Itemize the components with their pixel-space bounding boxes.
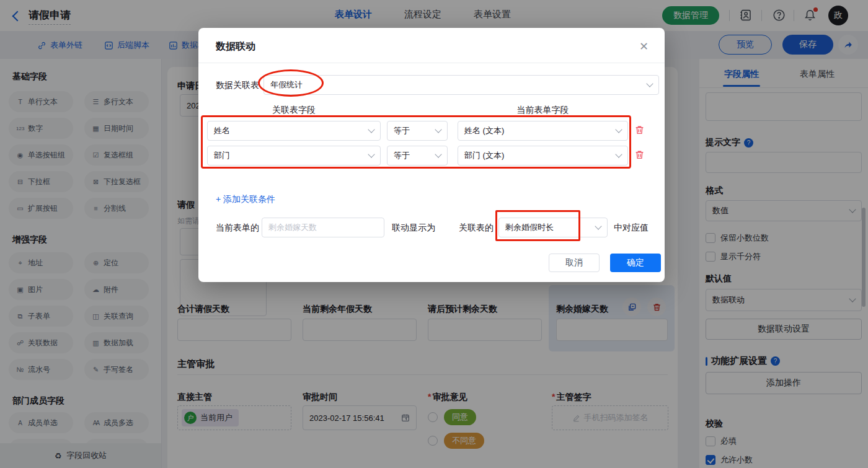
data-linkage-modal: 数据联动 ✕ 数据关联表 年假统计 关联表字段 当前表单字段 姓名 等于 姓名 … xyxy=(198,28,665,282)
modal-title: 数据联动 xyxy=(216,40,255,53)
linked-table-label: 关联表的 xyxy=(459,223,494,234)
delete-condition-button[interactable] xyxy=(634,149,645,160)
linked-field-value: 剩余婚假时长 xyxy=(505,222,554,233)
operator-value: 等于 xyxy=(394,150,410,161)
link-table-select[interactable]: 年假统计 xyxy=(264,75,659,95)
app: 请假申请 表单设计 流程设定 表单设置 数据管理 政 表单外链 后端脚本 xyxy=(0,0,868,468)
chevron-down-icon xyxy=(435,126,441,133)
chevron-down-icon xyxy=(368,151,374,157)
trash-icon xyxy=(634,149,645,160)
suffix-label: 中对应值 xyxy=(614,223,649,234)
plus-icon: + xyxy=(216,194,221,204)
chevron-down-icon xyxy=(595,223,601,229)
condition-row-left-select[interactable]: 姓名 xyxy=(207,121,381,141)
cancel-button[interactable]: 取消 xyxy=(549,254,600,272)
left-field-value: 姓名 xyxy=(214,125,230,136)
right-field-value: 部门 (文本) xyxy=(464,150,504,161)
modal-header-divider xyxy=(198,63,665,63)
display-as-label: 联动显示为 xyxy=(392,223,435,234)
trash-icon xyxy=(634,125,645,135)
condition-row-left-select[interactable]: 部门 xyxy=(207,146,381,166)
condition-row-right-select[interactable]: 姓名 (文本) xyxy=(458,121,628,141)
current-field-placeholder: 剩余婚嫁天数 xyxy=(268,222,317,233)
condition-row-operator-select[interactable]: 等于 xyxy=(387,146,448,166)
condition-row-operator-select[interactable]: 等于 xyxy=(387,121,448,141)
column-header-left: 关联表字段 xyxy=(207,105,381,116)
current-field-input[interactable]: 剩余婚嫁天数 xyxy=(262,218,384,237)
add-condition-link[interactable]: + 添加关联条件 xyxy=(216,194,275,205)
link-table-value: 年假统计 xyxy=(270,79,303,91)
add-condition-label: 添加关联条件 xyxy=(223,194,275,204)
chevron-down-icon xyxy=(615,151,622,157)
chevron-down-icon xyxy=(435,151,441,157)
current-form-label: 当前表单的 xyxy=(216,223,259,234)
linked-field-select[interactable]: 剩余婚假时长 xyxy=(498,218,608,237)
condition-row-right-select[interactable]: 部门 (文本) xyxy=(458,146,628,166)
chevron-down-icon xyxy=(368,126,374,133)
confirm-button[interactable]: 确定 xyxy=(610,254,661,272)
close-icon[interactable]: ✕ xyxy=(639,40,649,53)
column-header-right: 当前表单字段 xyxy=(458,105,628,116)
left-field-value: 部门 xyxy=(214,150,230,161)
link-table-label: 数据关联表 xyxy=(216,80,259,91)
delete-condition-button[interactable] xyxy=(634,125,645,135)
operator-value: 等于 xyxy=(394,125,410,136)
right-field-value: 姓名 (文本) xyxy=(464,125,504,136)
chevron-down-icon xyxy=(615,126,622,133)
chevron-down-icon xyxy=(646,80,653,87)
